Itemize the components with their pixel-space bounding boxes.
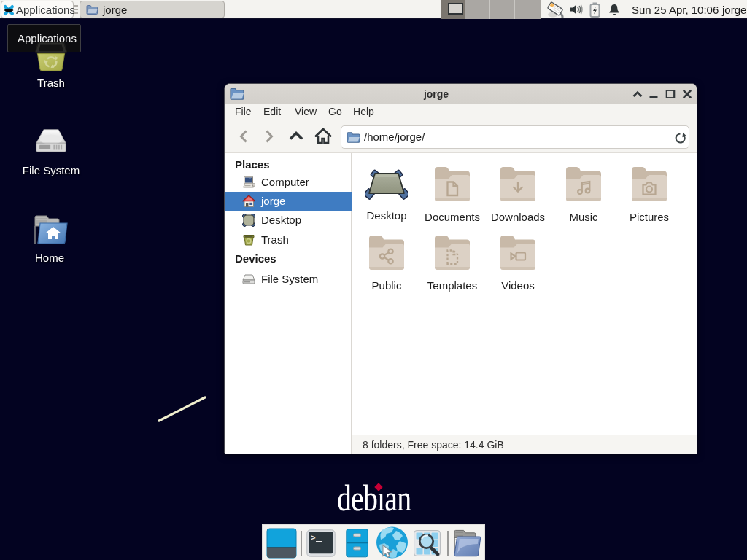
svg-text:>: >	[311, 534, 316, 542]
